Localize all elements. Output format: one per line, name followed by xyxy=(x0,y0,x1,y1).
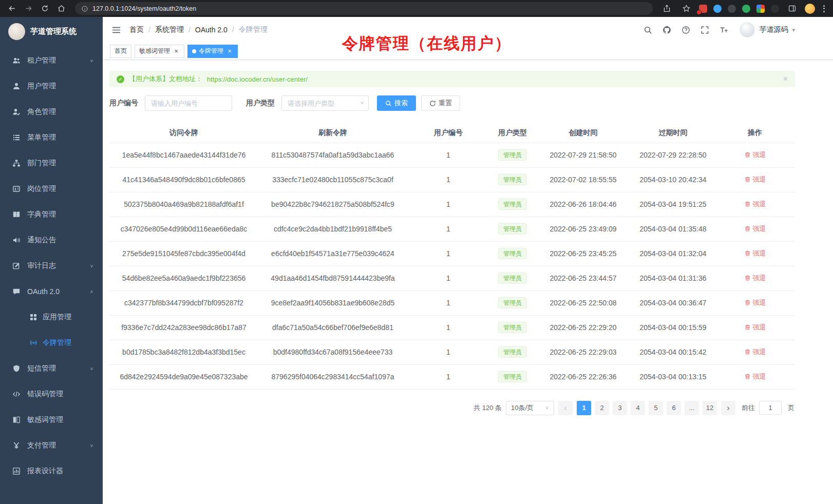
side-panel-icon[interactable] xyxy=(785,2,799,15)
chevron-down-icon: ∨ xyxy=(545,405,549,410)
force-logout-button[interactable]: 强退 xyxy=(744,372,766,381)
create-time-cell: 2022-06-25 22:26:36 xyxy=(536,364,631,389)
create-time-cell: 2022-07-29 21:58:50 xyxy=(536,143,631,167)
bookmark-star-icon[interactable] xyxy=(679,2,693,15)
page-2-button[interactable]: 2 xyxy=(595,401,609,415)
reset-button[interactable]: 重置 xyxy=(421,95,460,111)
logo-avatar xyxy=(8,23,25,40)
sidebar-item-oauth2-token[interactable]: 令牌管理 xyxy=(0,330,103,356)
user-type-badge: 管理员 xyxy=(498,297,527,308)
search-icon[interactable] xyxy=(642,25,653,35)
page-content: ✓ 【用户体系】文档地址： https://doc.iocoder.cn/use… xyxy=(103,60,833,415)
sidebar-item-dept[interactable]: 部门管理 xyxy=(0,150,103,176)
sidebar-item-oauth2-app[interactable]: 应用管理 xyxy=(0,304,103,330)
sidebar-item-pay[interactable]: 支付管理∨ xyxy=(0,433,103,458)
breadcrumb: 首页/系统管理/OAuth 2.0/令牌管理 xyxy=(129,25,268,34)
expire-time-cell: 2054-03-04 00:15:42 xyxy=(631,340,715,364)
token-table: 访问令牌刷新令牌用户编号用户类型创建时间过期时间操作 1ea5e44f8bc14… xyxy=(109,123,794,390)
user-menu[interactable]: 芋道源码 ▾ xyxy=(740,22,795,37)
sidebar-item-menu[interactable]: 菜单管理 xyxy=(0,125,103,150)
sidebar-item-dict[interactable]: 字典管理 xyxy=(0,202,103,227)
table-row: 41c41346a548490f9dc8b01c6bfe0865333ecfc7… xyxy=(109,167,794,192)
create-time-cell: 2022-06-25 22:29:03 xyxy=(536,340,631,364)
fullscreen-icon[interactable] xyxy=(699,25,710,35)
sidebar-item-role[interactable]: 角色管理 xyxy=(0,99,103,125)
tab-home[interactable]: 首页 xyxy=(110,45,131,58)
access-token-cell: 54d6be82ee5a460a9aedc1f9bf223656 xyxy=(109,266,258,290)
home-icon[interactable] xyxy=(54,2,68,15)
tab-sensitive-word[interactable]: 敏感词管理× xyxy=(135,45,184,58)
extension-blue-icon[interactable] xyxy=(713,5,722,13)
user-icon xyxy=(12,82,21,90)
force-logout-button[interactable]: 强退 xyxy=(744,298,766,307)
tab-close-icon[interactable]: × xyxy=(173,48,180,55)
page-size-select[interactable]: 10条/页 ∨ xyxy=(506,401,554,415)
sidebar-item-tenant[interactable]: 租户管理∨ xyxy=(0,48,103,73)
browser-menu-icon[interactable] xyxy=(821,5,827,12)
address-bar[interactable]: 127.0.0.1:1024/system/oauth2/token xyxy=(75,2,653,15)
force-logout-button[interactable]: 强退 xyxy=(744,200,766,209)
force-logout-button[interactable]: 强退 xyxy=(744,249,766,258)
goto-page-input[interactable] xyxy=(759,401,782,415)
sidebar-item-notice[interactable]: 通知公告 xyxy=(0,227,103,253)
force-logout-button[interactable]: 强退 xyxy=(744,175,766,184)
force-logout-button[interactable]: 强退 xyxy=(744,347,766,357)
report-icon xyxy=(12,467,21,475)
chevron-down-icon: ∨ xyxy=(90,443,93,448)
sidebar-item-sms[interactable]: 短信管理∨ xyxy=(0,356,103,381)
sidebar-item-report-designer[interactable]: 报表设计器 xyxy=(0,458,103,484)
page-1-button[interactable]: 1 xyxy=(577,401,591,415)
search-button[interactable]: 搜索 xyxy=(377,95,416,111)
next-page-button[interactable]: › xyxy=(721,401,735,415)
user-avatar xyxy=(740,22,755,37)
trash-icon xyxy=(744,324,751,331)
tab-token[interactable]: 令牌管理× xyxy=(187,45,238,58)
doc-link[interactable]: https://doc.iocoder.cn/user-center/ xyxy=(207,75,308,83)
sidebar-item-label: 敏感词管理 xyxy=(27,415,63,424)
alert-close-icon[interactable]: × xyxy=(783,74,788,84)
sidebar-item-post[interactable]: 岗位管理 xyxy=(0,176,103,202)
github-icon[interactable] xyxy=(661,25,672,35)
browser-profile-avatar[interactable] xyxy=(805,4,815,14)
breadcrumb-item[interactable]: OAuth 2.0 xyxy=(195,26,228,34)
force-logout-button[interactable]: 强退 xyxy=(744,150,766,160)
force-logout-button[interactable]: 强退 xyxy=(744,224,766,234)
sidebar-item-user[interactable]: 用户管理 xyxy=(0,73,103,99)
breadcrumb-item[interactable]: 首页 xyxy=(129,25,144,34)
share-icon[interactable] xyxy=(660,2,673,15)
extensions-puzzle-icon[interactable] xyxy=(756,5,765,13)
hamburger-icon[interactable] xyxy=(108,22,124,38)
alert-text: 【用户体系】文档地址： xyxy=(129,74,202,84)
reload-icon[interactable] xyxy=(38,2,51,15)
prev-page-button[interactable]: ‹ xyxy=(558,401,573,415)
force-logout-button[interactable]: 强退 xyxy=(744,323,766,332)
topbar-actions: 芋道源码 ▾ xyxy=(642,22,795,37)
forward-icon[interactable] xyxy=(22,2,35,15)
page-5-button[interactable]: 5 xyxy=(649,401,663,415)
extension-adblock-icon[interactable] xyxy=(699,5,707,13)
extension-green-icon[interactable] xyxy=(742,5,750,13)
page-ellipsis[interactable]: ... xyxy=(685,401,699,415)
user-id-input[interactable] xyxy=(145,95,232,111)
sidebar-item-label: 审计日志 xyxy=(27,261,56,270)
shield-icon xyxy=(12,364,21,373)
font-size-icon[interactable] xyxy=(718,25,729,35)
page-3-button[interactable]: 3 xyxy=(613,401,627,415)
breadcrumb-item[interactable]: 系统管理 xyxy=(155,25,184,34)
page-12-button[interactable]: 12 xyxy=(703,401,717,415)
user-type-select[interactable] xyxy=(281,95,369,111)
force-logout-button[interactable]: 强退 xyxy=(744,274,766,283)
sidebar-item-oauth2[interactable]: OAuth 2.0∧ xyxy=(0,279,103,304)
help-icon[interactable] xyxy=(680,25,691,35)
tab-close-icon[interactable]: × xyxy=(226,48,233,55)
page-6-button[interactable]: 6 xyxy=(667,401,681,415)
back-icon[interactable] xyxy=(5,2,18,15)
sidebar-item-audit-log[interactable]: 审计日志∨ xyxy=(0,253,103,279)
page-4-button[interactable]: 4 xyxy=(631,401,645,415)
expire-time-cell: 2054-03-04 01:32:04 xyxy=(631,241,715,266)
sidebar-item-sensitive-word[interactable]: 敏感词管理 xyxy=(0,407,103,433)
app-logo[interactable]: 芋道管理系统 xyxy=(0,17,103,46)
sidebar-item-error-code[interactable]: 错误码管理 xyxy=(0,381,103,407)
extension-dark-icon[interactable] xyxy=(728,5,736,13)
extension-paw-icon[interactable] xyxy=(771,5,779,13)
